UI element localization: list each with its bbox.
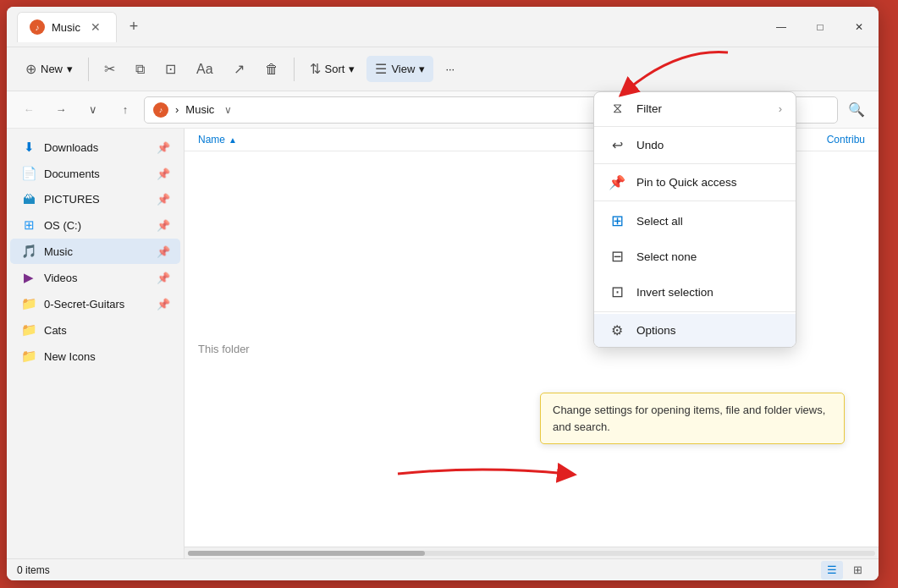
cut-button[interactable]: ✂ — [96, 56, 124, 82]
tab-close-button[interactable]: ✕ — [87, 19, 104, 36]
sidebar-item-secret-guitars[interactable]: 📁 0-Secret-Guitars 📌 — [10, 291, 180, 316]
sidebar-new-icons-label: New Icons — [44, 350, 170, 363]
undo-icon: ↩ — [608, 137, 626, 153]
sidebar-item-cats[interactable]: 📁 Cats — [10, 317, 180, 343]
column-name-label: Name — [198, 134, 225, 146]
delete-button[interactable]: 🗑 — [256, 57, 287, 82]
paste-button[interactable]: ⊡ — [157, 56, 185, 82]
column-contrib[interactable]: Contribu — [827, 134, 865, 146]
grid-view-button[interactable]: ⊞ — [846, 561, 868, 580]
menu-undo-label: Undo — [636, 139, 782, 151]
tab-area: ♪ Music ✕ + — [17, 12, 762, 42]
menu-select-none-label: Select none — [636, 250, 782, 263]
sort-button[interactable]: ⇅ Sort ▾ — [301, 56, 364, 82]
title-bar: ♪ Music ✕ + — □ ✕ — [7, 7, 879, 47]
view-button[interactable]: ☰ View ▾ — [366, 56, 433, 82]
tooltip-text: Change settings for opening items, file … — [553, 404, 825, 433]
search-button[interactable]: 🔍 — [843, 96, 870, 124]
sidebar-downloads-label: Downloads — [44, 141, 150, 154]
view-icon: ☰ — [375, 61, 387, 77]
menu-invert-label: Invert selection — [636, 286, 782, 299]
active-tab[interactable]: ♪ Music ✕ — [17, 12, 117, 42]
menu-item-pin[interactable]: 📌 Pin to Quick access — [594, 166, 796, 199]
sort-arrow-icon: ▲ — [229, 135, 237, 145]
list-view-button[interactable]: ☰ — [821, 561, 843, 580]
sidebar-pictures-label: PICTURES — [44, 193, 150, 206]
view-label: View — [391, 63, 415, 75]
menu-item-invert[interactable]: ⊡ Invert selection — [594, 274, 796, 310]
documents-pin-icon: 📌 — [157, 168, 170, 180]
recent-button[interactable]: ∨ — [80, 96, 107, 124]
menu-item-filter[interactable]: ⧖ Filter › — [594, 92, 796, 124]
back-button[interactable]: ← — [15, 96, 42, 124]
pin-icon: 📌 — [608, 174, 626, 190]
status-items-count: 0 items — [17, 564, 50, 576]
filter-arrow-icon: › — [779, 102, 782, 115]
maximize-button[interactable]: □ — [801, 7, 840, 47]
address-box[interactable]: ♪ › Music ∨ — [144, 96, 648, 124]
sidebar-osc-label: OS (C:) — [44, 219, 150, 232]
videos-icon: ▶ — [20, 270, 37, 285]
status-bar: 0 items ☰ ⊞ — [7, 558, 879, 580]
view-dropdown-menu: ⧖ Filter › ↩ Undo 📌 Pin to Quick access … — [593, 91, 796, 348]
menu-item-undo[interactable]: ↩ Undo — [594, 129, 796, 162]
view-dropdown-arrow: ▾ — [419, 63, 425, 75]
forward-button[interactable]: → — [47, 96, 74, 124]
sidebar-cats-label: Cats — [44, 324, 170, 337]
pictures-icon: 🏔 — [20, 192, 37, 206]
up-button[interactable]: ↑ — [112, 96, 139, 124]
toolbar: ⊕ New ▾ ✂ ⧉ ⊡ Aa ↗ 🗑 ⇅ Sort ▾ ☰ — [7, 47, 879, 91]
address-music-icon: ♪ — [153, 102, 168, 118]
view-toggles: ☰ ⊞ — [821, 561, 868, 580]
new-icon: ⊕ — [25, 61, 36, 77]
menu-item-options[interactable]: ⚙ Options — [594, 314, 796, 347]
sort-dropdown-arrow: ▾ — [349, 63, 355, 75]
sidebar-item-documents[interactable]: 📄 Documents 📌 — [10, 161, 180, 186]
separator-1 — [88, 58, 89, 81]
menu-item-select-all[interactable]: ⊞ Select all — [594, 203, 796, 239]
cats-icon: 📁 — [20, 322, 37, 338]
sidebar-item-videos[interactable]: ▶ Videos 📌 — [10, 265, 180, 290]
sidebar-item-downloads[interactable]: ⬇ Downloads 📌 — [10, 135, 180, 160]
share-icon: ↗ — [234, 61, 245, 77]
invert-icon: ⊡ — [608, 283, 626, 301]
delete-icon: 🗑 — [265, 62, 278, 77]
close-button[interactable]: ✕ — [840, 7, 879, 47]
secret-guitars-icon: 📁 — [20, 296, 37, 311]
documents-icon: 📄 — [20, 166, 37, 181]
downloads-pin-icon: 📌 — [157, 141, 170, 154]
separator-2 — [294, 58, 295, 81]
scrollbar-thumb[interactable] — [188, 551, 425, 556]
select-all-icon: ⊞ — [608, 212, 626, 230]
copy-icon: ⧉ — [135, 62, 145, 77]
new-button[interactable]: ⊕ New ▾ — [17, 56, 81, 82]
share-button[interactable]: ↗ — [225, 56, 253, 82]
rename-button[interactable]: Aa — [188, 57, 222, 82]
rename-icon: Aa — [196, 62, 213, 77]
menu-separator-2 — [594, 163, 796, 164]
sidebar-item-music[interactable]: 🎵 Music 📌 — [10, 239, 180, 264]
more-button[interactable]: ··· — [437, 58, 463, 80]
filter-icon: ⧖ — [608, 101, 626, 116]
secret-guitars-pin-icon: 📌 — [157, 298, 170, 310]
videos-pin-icon: 📌 — [157, 272, 170, 284]
sidebar-item-pictures[interactable]: 🏔 PICTURES 📌 — [10, 187, 180, 212]
menu-options-label: Options — [636, 324, 782, 337]
tab-title: Music — [52, 21, 80, 34]
scrollbar-area[interactable] — [185, 547, 879, 558]
sidebar-secret-guitars-label: 0-Secret-Guitars — [44, 298, 150, 310]
options-gear-icon: ⚙ — [608, 322, 626, 338]
sort-icon: ⇅ — [310, 61, 321, 77]
minimize-button[interactable]: — — [762, 7, 801, 47]
menu-separator-4 — [594, 311, 796, 312]
menu-item-select-none[interactable]: ⊟ Select none — [594, 239, 796, 274]
sidebar-item-osc[interactable]: ⊞ OS (C:) 📌 — [10, 212, 180, 238]
cut-icon: ✂ — [104, 61, 115, 77]
address-chevron-icon: ∨ — [224, 104, 232, 116]
menu-pin-label: Pin to Quick access — [636, 176, 782, 189]
copy-button[interactable]: ⧉ — [127, 57, 153, 82]
scrollbar-track[interactable] — [188, 551, 875, 556]
osc-pin-icon: 📌 — [157, 219, 170, 232]
sidebar-item-new-icons[interactable]: 📁 New Icons — [10, 343, 180, 369]
new-tab-button[interactable]: + — [120, 14, 147, 41]
